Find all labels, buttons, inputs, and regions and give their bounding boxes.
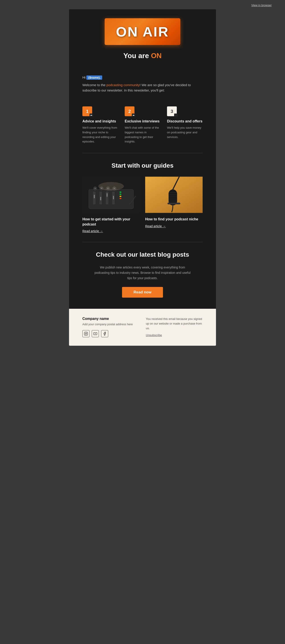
features-section: 1 ✏ Advice and insights We'll cover ever…: [69, 100, 216, 153]
guides-section: Start with our guides: [69, 153, 216, 242]
feature-title-2: Exclusive interviews: [125, 119, 160, 123]
view-browser-link[interactable]: View in browser: [251, 4, 272, 7]
greeting-line: Hi {$name},: [82, 76, 202, 80]
footer-right: You received this email because you sign…: [146, 317, 202, 338]
feature-number-2: 2: [128, 109, 131, 114]
feature-desc-3: We'll help you save money on podcasting …: [167, 126, 202, 139]
guide-image-mixer: [82, 176, 140, 214]
feature-badge-2: 2 ✏: [125, 106, 134, 116]
youtube-icon[interactable]: [92, 330, 99, 337]
hero-section: ON AIR You are ON: [69, 9, 216, 73]
svg-rect-19: [120, 194, 121, 195]
guide-title-2: How to find your podcast niche: [145, 217, 202, 222]
on-air-banner: ON AIR: [105, 18, 180, 45]
feature-badge-3: 3 ✏: [167, 106, 177, 116]
feature-desc-1: We'll cover everything from finding your…: [82, 126, 118, 144]
unsubscribe-link[interactable]: Unsubscribe: [146, 333, 162, 338]
blog-section: Check out our latest blog posts We publi…: [69, 242, 216, 309]
svg-rect-5: [100, 197, 101, 200]
blog-description: We publish new articles every week, cove…: [94, 265, 192, 281]
read-now-button[interactable]: Read now: [122, 287, 163, 298]
headline: You are ON: [82, 52, 202, 60]
feature-item-3: 3 ✏ Discounts and offers We'll help you …: [167, 106, 202, 144]
instagram-icon[interactable]: [82, 330, 90, 337]
pencil-icon-3: ✏: [174, 114, 178, 117]
svg-rect-18: [120, 192, 121, 193]
intro-text-before: Welcome to the: [82, 83, 106, 87]
pencil-icon-1: ✏: [90, 114, 93, 117]
feature-badge-1: 1 ✏: [82, 106, 92, 116]
view-browser-bar: View in browser: [0, 0, 285, 9]
podcasting-community-link[interactable]: podcasting community: [106, 83, 140, 87]
guides-grid: How to get started with your podcast Rea…: [82, 176, 202, 233]
svg-rect-32: [168, 203, 180, 204]
greeting-text: Hi: [82, 76, 86, 79]
pencil-icon-2: ✏: [132, 114, 136, 117]
svg-rect-21: [120, 198, 121, 199]
footer-company-name: Company name: [82, 317, 139, 321]
svg-point-22: [98, 182, 124, 190]
blog-section-title: Check out our latest blog posts: [82, 251, 202, 258]
svg-point-35: [86, 332, 87, 333]
guide-title-1: How to get started with your podcast: [82, 217, 140, 227]
svg-rect-3: [94, 195, 95, 198]
svg-rect-33: [84, 332, 88, 335]
social-icons-row: [82, 330, 139, 337]
guides-title: Start with our guides: [82, 162, 202, 169]
footer-address: Add your company postal address here: [82, 322, 139, 326]
feature-number-1: 1: [86, 109, 88, 114]
footer-disclaimer: You received this email because you sign…: [146, 317, 202, 330]
headline-prefix: You are: [123, 52, 151, 60]
guide-image-mic: [145, 176, 202, 214]
on-air-text: ON AIR: [116, 24, 169, 40]
svg-rect-7: [107, 193, 108, 196]
svg-rect-9: [113, 196, 114, 199]
feature-title-1: Advice and insights: [82, 119, 118, 123]
feature-number-3: 3: [170, 109, 173, 114]
feature-item-2: 2 ✏ Exclusive interviews We'll chat with…: [125, 106, 160, 144]
svg-rect-20: [120, 196, 121, 197]
svg-point-11: [94, 188, 96, 189]
intro-paragraph: Welcome to the podcasting community! We …: [82, 82, 202, 93]
guide-link-2[interactable]: Read article →: [145, 224, 166, 228]
svg-marker-37: [95, 333, 96, 334]
email-container: ON AIR You are ON Hi {$name}, Welcome to…: [69, 9, 216, 346]
feature-title-3: Discounts and offers: [167, 119, 202, 123]
footer-left: Company name Add your company postal add…: [82, 317, 139, 338]
feature-desc-2: We'll chat with some of the biggest name…: [125, 126, 160, 144]
footer-section: Company name Add your company postal add…: [69, 309, 216, 346]
guide-card-2: How to find your podcast niche Read arti…: [145, 176, 202, 233]
svg-point-34: [85, 333, 86, 334]
guide-link-1[interactable]: Read article →: [82, 229, 103, 233]
intro-section: Hi {$name}, Welcome to the podcasting co…: [69, 73, 216, 100]
name-tag: {$name},: [86, 76, 102, 80]
facebook-icon[interactable]: [101, 330, 108, 337]
feature-item-1: 1 ✏ Advice and insights We'll cover ever…: [82, 106, 118, 144]
headline-highlight: ON: [151, 52, 162, 60]
guide-card-1: How to get started with your podcast Rea…: [82, 176, 140, 233]
